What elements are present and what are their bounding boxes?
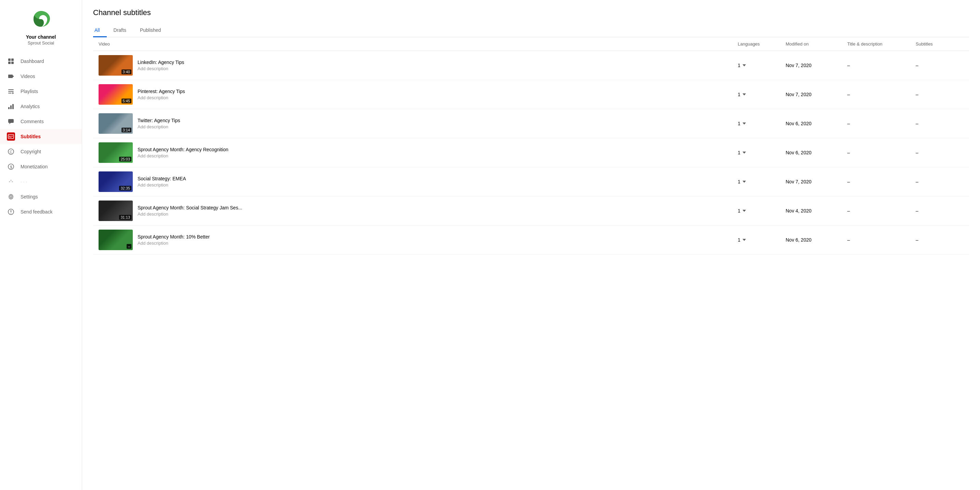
chevron-down-icon[interactable] [743, 64, 746, 66]
video-title: LinkedIn: Agency Tips [138, 60, 184, 65]
chevron-down-icon[interactable] [743, 181, 746, 183]
svg-rect-4 [8, 75, 13, 78]
subtitles-cell: – [916, 179, 964, 185]
channel-sub: Sprout Social [28, 40, 54, 46]
video-description-link[interactable]: Add description [138, 124, 180, 129]
table-row[interactable]: 31:13 Sprout Agency Month: Social Strate… [93, 196, 969, 226]
languages-cell[interactable]: 1 [738, 237, 786, 243]
video-info: LinkedIn: Agency Tips Add description [138, 60, 184, 71]
chevron-down-icon[interactable] [743, 210, 746, 212]
svg-point-26 [10, 196, 12, 198]
chevron-down-icon[interactable] [743, 239, 746, 241]
tab-all[interactable]: All [93, 24, 107, 37]
svg-text:C: C [10, 150, 12, 154]
video-title: Sprout Agency Month: 10% Better [138, 234, 210, 240]
video-info: Social Strategy: EMEA Add description [138, 176, 186, 188]
modified-on-cell: Nov 6, 2020 [786, 121, 847, 126]
sidebar-item-label: Monetization [21, 164, 48, 169]
subtitles-cell: – [916, 150, 964, 155]
sidebar-item-analytics[interactable]: Analytics [0, 99, 82, 114]
video-cell: 31:13 Sprout Agency Month: Social Strate… [99, 200, 738, 221]
sidebar-item-customization[interactable]: · · · [0, 174, 82, 189]
modified-on-cell: Nov 7, 2020 [786, 92, 847, 97]
video-title: Pinterest: Agency Tips [138, 89, 185, 94]
sidebar-item-label: Settings [21, 194, 38, 199]
sidebar-nav: Dashboard Videos Playlists Analytics [0, 54, 82, 220]
video-cell: 32:35 Social Strategy: EMEA Add descript… [99, 172, 738, 192]
svg-rect-15 [8, 134, 14, 138]
language-count: 1 [738, 208, 740, 213]
col-subtitles: Subtitles [916, 41, 964, 46]
video-cell: 5:45 Pinterest: Agency Tips Add descript… [99, 84, 738, 105]
languages-cell[interactable]: 1 [738, 92, 786, 97]
sidebar-item-settings[interactable]: Settings [0, 189, 82, 204]
video-description-link[interactable]: Add description [138, 153, 228, 158]
sidebar-item-label: Subtitles [21, 134, 41, 139]
language-count: 1 [738, 150, 740, 155]
chevron-down-icon[interactable] [743, 151, 746, 154]
languages-cell[interactable]: 1 [738, 63, 786, 68]
svg-rect-13 [8, 119, 14, 123]
sidebar-item-subtitles[interactable]: Subtitles [0, 129, 82, 144]
sidebar-item-videos[interactable]: Videos [0, 69, 82, 84]
modified-on-cell: Nov 7, 2020 [786, 179, 847, 185]
video-thumbnail: 3:14 [99, 113, 133, 134]
svg-rect-3 [11, 62, 14, 64]
customization-icon [7, 178, 15, 186]
table-row[interactable]: 3:14 Twitter: Agency Tips Add descriptio… [93, 109, 969, 138]
main-content: Channel subtitles All Drafts Published V… [82, 0, 980, 490]
playlist-icon [7, 87, 15, 95]
tab-drafts[interactable]: Drafts [112, 24, 133, 37]
table-row[interactable]: 32:35 Social Strategy: EMEA Add descript… [93, 167, 969, 196]
languages-cell[interactable]: 1 [738, 150, 786, 155]
svg-rect-1 [11, 59, 14, 61]
video-icon [7, 72, 15, 80]
feedback-icon [7, 208, 15, 216]
video-description-link[interactable]: Add description [138, 212, 242, 216]
sidebar-item-label: Copyright [21, 149, 41, 154]
video-thumbnail: 3:40 [99, 55, 133, 76]
sidebar-item-playlists[interactable]: Playlists [0, 84, 82, 99]
title-description-cell: – [847, 179, 916, 185]
table-row[interactable]: 5:45 Pinterest: Agency Tips Add descript… [93, 80, 969, 109]
modified-on-cell: Nov 6, 2020 [786, 150, 847, 155]
tab-published[interactable]: Published [138, 24, 168, 37]
table-row[interactable]: 3:40 LinkedIn: Agency Tips Add descripti… [93, 51, 969, 80]
video-description-link[interactable]: Add description [138, 182, 186, 188]
subtitles-cell: – [916, 63, 964, 68]
language-count: 1 [738, 63, 740, 68]
sidebar-item-label: · · · [21, 179, 27, 185]
modified-on-cell: Nov 4, 2020 [786, 208, 847, 213]
video-info: Pinterest: Agency Tips Add description [138, 89, 185, 100]
svg-rect-10 [8, 107, 10, 109]
sidebar-item-monetization[interactable]: $ Monetization [0, 159, 82, 174]
languages-cell[interactable]: 1 [738, 121, 786, 126]
languages-cell[interactable]: 1 [738, 179, 786, 185]
svg-point-24 [10, 180, 12, 181]
sidebar-item-copyright[interactable]: C Copyright [0, 144, 82, 159]
chevron-down-icon[interactable] [743, 94, 746, 95]
sidebar-item-dashboard[interactable]: Dashboard [0, 54, 82, 69]
video-info: Sprout Agency Month: Agency Recognition … [138, 147, 228, 158]
table-row[interactable]: 25:03 Sprout Agency Month: Agency Recogn… [93, 138, 969, 167]
video-cell: 3:40 LinkedIn: Agency Tips Add descripti… [99, 55, 738, 76]
sidebar-item-comments[interactable]: Comments [0, 114, 82, 129]
svg-rect-0 [8, 59, 11, 61]
languages-cell[interactable]: 1 [738, 208, 786, 213]
video-description-link[interactable]: Add description [138, 95, 185, 100]
table-row[interactable]: – Sprout Agency Month: 10% Better Add de… [93, 226, 969, 255]
page-title: Channel subtitles [93, 8, 969, 17]
video-info: Sprout Agency Month: Social Strategy Jam… [138, 205, 242, 216]
chevron-down-icon[interactable] [743, 123, 746, 124]
svg-rect-8 [8, 93, 12, 94]
sidebar-item-label: Dashboard [21, 59, 44, 64]
title-description-cell: – [847, 150, 916, 155]
video-description-link[interactable]: Add description [138, 240, 210, 246]
sidebar-item-send-feedback[interactable]: Send feedback [0, 204, 82, 220]
video-title: Sprout Agency Month: Agency Recognition [138, 147, 228, 152]
video-duration: – [127, 244, 131, 249]
video-cell: – Sprout Agency Month: 10% Better Add de… [99, 230, 738, 250]
video-description-link[interactable]: Add description [138, 66, 184, 71]
subtitles-cell: – [916, 208, 964, 213]
video-cell: 25:03 Sprout Agency Month: Agency Recogn… [99, 142, 738, 163]
